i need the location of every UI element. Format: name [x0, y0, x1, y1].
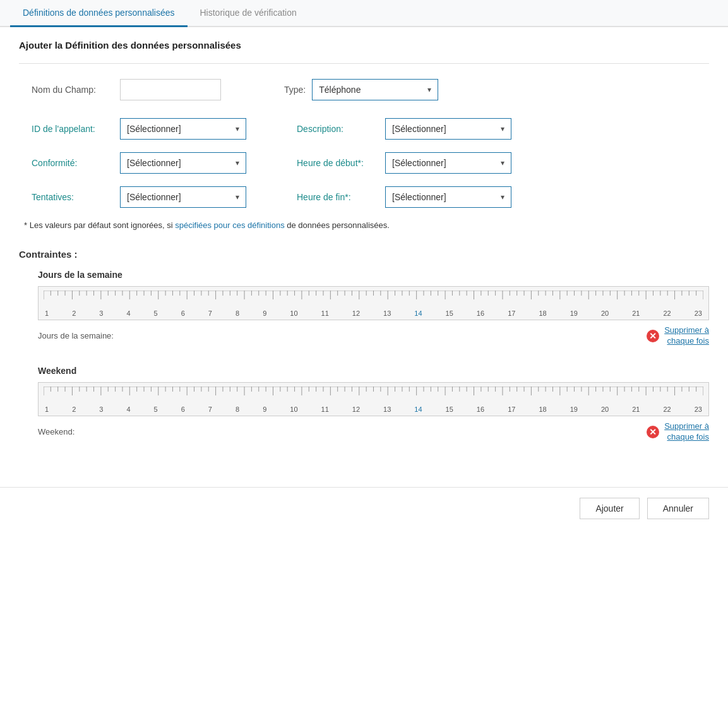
timeline-jours: // We'll generate ticks in JS after rend… — [38, 286, 709, 320]
constraints-section: Contraintes : Jours de la semaine // We'… — [19, 249, 709, 443]
note-link: spécifiées pour ces définitions — [175, 220, 284, 230]
group-id: ID de l'appelant: [Sélectionner] ▾ — [32, 118, 246, 140]
heure-fin-chevron: ▾ — [501, 193, 504, 201]
divider — [19, 63, 709, 64]
group-type: Type: Téléphone ▾ — [284, 79, 438, 100]
group-nom: Nom du Champ: — [32, 79, 221, 100]
id-label: ID de l'appelant: — [32, 124, 114, 134]
conf-chevron: ▾ — [236, 159, 239, 167]
constraints-title: Contraintes : — [19, 249, 709, 260]
tent-label: Tentatives: — [32, 192, 114, 202]
heure-fin-value: [Sélectionner] — [392, 192, 446, 202]
row-conf-debut: Conformité: [Sélectionner] ▾ Heure de dé… — [32, 152, 709, 174]
conf-label: Conformité: — [32, 158, 114, 168]
jours-label: Jours de la semaine: — [38, 331, 114, 340]
jours-delete-link[interactable]: Supprimer àchaque fois — [664, 325, 709, 347]
weekend-action-row: Weekend: ✕ Supprimer àchaque fois — [38, 421, 709, 443]
nom-label: Nom du Champ: — [32, 85, 114, 95]
heure-debut-value: [Sélectionner] — [392, 158, 446, 168]
heure-debut-label: Heure de début*: — [297, 158, 379, 168]
ruler-jours: // We'll generate ticks in JS after rend… — [44, 291, 703, 308]
tick-labels-weekend: 1 2 3 4 5 6 7 8 9 10 11 12 13 14 15 16 1 — [44, 406, 703, 413]
heure-debut-chevron: ▾ — [501, 159, 504, 167]
conf-select[interactable]: [Sélectionner] ▾ — [120, 152, 246, 174]
heure-fin-select[interactable]: [Sélectionner] ▾ — [385, 186, 511, 208]
section-title: Ajouter la Définition des données person… — [19, 40, 709, 51]
type-value: Téléphone — [319, 85, 361, 95]
row-tent-fin: Tentatives: [Sélectionner] ▾ Heure de fi… — [32, 186, 709, 208]
weekend-delete-link[interactable]: Supprimer àchaque fois — [664, 421, 709, 443]
desc-value: [Sélectionner] — [392, 124, 446, 134]
block-weekend-title: Weekend — [38, 366, 709, 376]
jours-delete-icon[interactable]: ✕ — [647, 330, 659, 342]
weekend-delete-icon[interactable]: ✕ — [647, 426, 659, 438]
ruler-weekend — [44, 387, 703, 404]
tab-history[interactable]: Historique de vérification — [188, 0, 309, 27]
group-description: Description: [Sélectionner] ▾ — [297, 118, 511, 140]
note-text: * Les valeurs par défaut sont ignorées, … — [24, 220, 709, 230]
tick-labels-jours: 1 2 3 4 5 6 7 8 9 10 11 12 13 14 15 16 1 — [44, 309, 703, 317]
type-select[interactable]: Téléphone ▾ — [312, 79, 438, 100]
jours-delete-group: ✕ Supprimer àchaque fois — [647, 325, 709, 347]
weekend-delete-x-icon: ✕ — [649, 427, 657, 437]
row-id-desc: ID de l'appelant: [Sélectionner] ▾ Descr… — [32, 118, 709, 140]
conf-value: [Sélectionner] — [127, 158, 181, 168]
type-label: Type: — [284, 85, 306, 95]
desc-chevron: ▾ — [501, 124, 504, 133]
id-chevron: ▾ — [236, 124, 239, 133]
weekend-delete-group: ✕ Supprimer àchaque fois — [647, 421, 709, 443]
heure-fin-label: Heure de fin*: — [297, 192, 379, 202]
type-chevron: ▾ — [427, 85, 431, 94]
add-button[interactable]: Ajouter — [580, 498, 639, 519]
tent-select[interactable]: [Sélectionner] ▾ — [120, 186, 246, 208]
tab-definitions[interactable]: Définitions de données personnalisées — [10, 0, 188, 27]
group-heure-debut: Heure de début*: [Sélectionner] ▾ — [297, 152, 511, 174]
cancel-button[interactable]: Annuler — [647, 498, 709, 519]
group-tent: Tentatives: [Sélectionner] ▾ — [32, 186, 246, 208]
timeline-weekend: 1 2 3 4 5 6 7 8 9 10 11 12 13 14 15 16 1 — [38, 382, 709, 416]
tent-value: [Sélectionner] — [127, 192, 181, 202]
tab-bar: Définitions de données personnalisées Hi… — [0, 0, 728, 27]
id-select[interactable]: [Sélectionner] ▾ — [120, 118, 246, 140]
block-jours: Jours de la semaine // We'll generate ti… — [38, 270, 709, 347]
weekend-label: Weekend: — [38, 427, 75, 436]
heure-debut-select[interactable]: [Sélectionner] ▾ — [385, 152, 511, 174]
group-conf: Conformité: [Sélectionner] ▾ — [32, 152, 246, 174]
block-weekend: Weekend 1 2 3 4 5 6 7 8 9 10 11 — [38, 366, 709, 443]
desc-label: Description: — [297, 124, 379, 134]
desc-select[interactable]: [Sélectionner] ▾ — [385, 118, 511, 140]
footer: Ajouter Annuler — [0, 487, 728, 529]
jours-action-row: Jours de la semaine: ✕ Supprimer àchaque… — [38, 325, 709, 347]
row-nom-type: Nom du Champ: Type: Téléphone ▾ — [32, 79, 709, 100]
delete-x-icon: ✕ — [649, 331, 657, 341]
group-heure-fin: Heure de fin*: [Sélectionner] ▾ — [297, 186, 511, 208]
tent-chevron: ▾ — [236, 193, 239, 201]
page-content: Ajouter la Définition des données person… — [0, 27, 728, 474]
block-jours-title: Jours de la semaine — [38, 270, 709, 280]
nom-input[interactable] — [120, 79, 221, 100]
id-value: [Sélectionner] — [127, 124, 181, 134]
